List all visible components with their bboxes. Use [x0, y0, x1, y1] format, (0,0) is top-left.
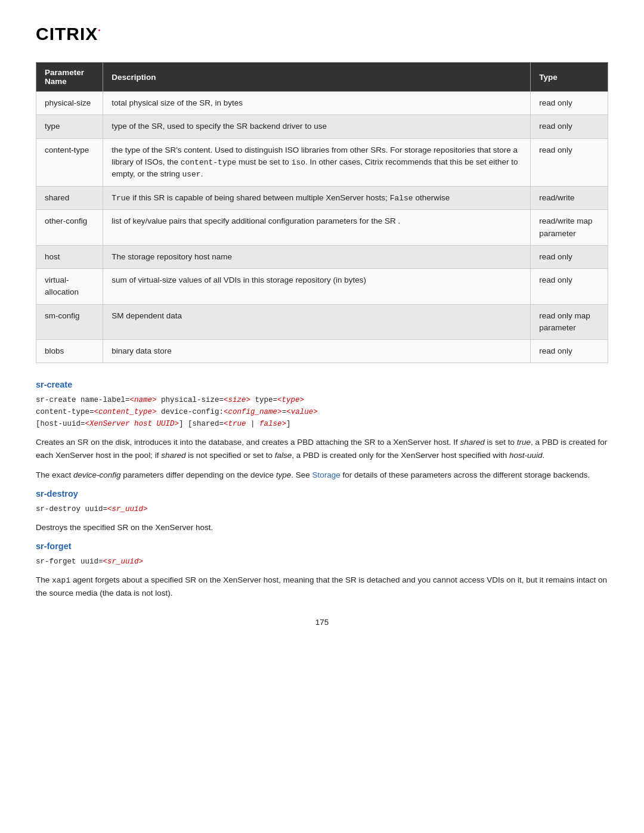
param-type: read/write map parameter	[531, 210, 608, 246]
param-desc: The storage repository host name	[103, 245, 531, 268]
section-title-sr-forget: sr-forget	[36, 541, 608, 551]
col-header-param: Parameter Name	[36, 63, 103, 92]
param-desc: total physical size of the SR, in bytes	[103, 92, 531, 115]
code-syntax-sr-forget: sr-forget uuid=<sr_uuid>	[36, 556, 608, 568]
col-header-type: Type	[531, 63, 608, 92]
param-desc: the type of the SR's content. Used to di…	[103, 138, 531, 186]
param-type: read only	[531, 92, 608, 115]
section-title-sr-destroy: sr-destroy	[36, 489, 608, 498]
table-row: shared True if this SR is capable of bei…	[36, 186, 608, 210]
logo-wordmark: CiTRiX·	[36, 24, 101, 44]
param-name: other-config	[36, 210, 103, 246]
sr-create-para-2: The exact device-config parameters diffe…	[36, 469, 608, 482]
param-name: sm-config	[36, 304, 103, 340]
param-desc: binary data store	[103, 340, 531, 363]
sr-forget-para-1: The xapi agent forgets about a specified…	[36, 574, 608, 600]
sr-destroy-para-1: Destroys the specified SR on the XenServ…	[36, 521, 608, 534]
section-sr-forget: sr-forget sr-forget uuid=<sr_uuid> The x…	[36, 541, 608, 600]
table-row: virtual-allocation sum of virtual-size v…	[36, 269, 608, 305]
param-desc: list of key/value pairs that specify add…	[103, 210, 531, 246]
parameters-table: Parameter Name Description Type physical…	[36, 62, 608, 363]
param-name: blobs	[36, 340, 103, 363]
table-row: other-config list of key/value pairs tha…	[36, 210, 608, 246]
param-name: type	[36, 115, 103, 138]
param-type: read/write	[531, 186, 608, 210]
table-header-row: Parameter Name Description Type	[36, 63, 608, 92]
param-type: read only	[531, 245, 608, 268]
section-sr-create: sr-create sr-create name-label=<name> ph…	[36, 380, 608, 482]
section-sr-destroy: sr-destroy sr-destroy uuid=<sr_uuid> Des…	[36, 489, 608, 534]
param-desc: type of the SR, used to specify the SR b…	[103, 115, 531, 138]
sr-create-para-1: Creates an SR on the disk, introduces it…	[36, 436, 608, 462]
param-name: virtual-allocation	[36, 269, 103, 305]
code-syntax-sr-create: sr-create name-label=<name> physical-siz…	[36, 394, 608, 430]
table-row: sm-config SM dependent data read only ma…	[36, 304, 608, 340]
table-row: physical-size total physical size of the…	[36, 92, 608, 115]
param-desc: True if this SR is capable of being shar…	[103, 186, 531, 210]
param-name: physical-size	[36, 92, 103, 115]
table-row: type type of the SR, used to specify the…	[36, 115, 608, 138]
param-type: read only	[531, 340, 608, 363]
table-row: content-type the type of the SR's conten…	[36, 138, 608, 186]
page-number: 175	[36, 618, 608, 627]
param-type: read only map parameter	[531, 304, 608, 340]
table-row: host The storage repository host name re…	[36, 245, 608, 268]
section-title-sr-create: sr-create	[36, 380, 608, 389]
param-desc: SM dependent data	[103, 304, 531, 340]
param-name: shared	[36, 186, 103, 210]
param-type: read only	[531, 115, 608, 138]
param-desc: sum of virtual-size values of all VDIs i…	[103, 269, 531, 305]
param-type: read only	[531, 138, 608, 186]
param-name: host	[36, 245, 103, 268]
param-type: read only	[531, 269, 608, 305]
citrix-logo: CiTRiX·	[36, 24, 608, 44]
col-header-desc: Description	[103, 63, 531, 92]
table-row: blobs binary data store read only	[36, 340, 608, 363]
param-name: content-type	[36, 138, 103, 186]
code-syntax-sr-destroy: sr-destroy uuid=<sr_uuid>	[36, 503, 608, 515]
